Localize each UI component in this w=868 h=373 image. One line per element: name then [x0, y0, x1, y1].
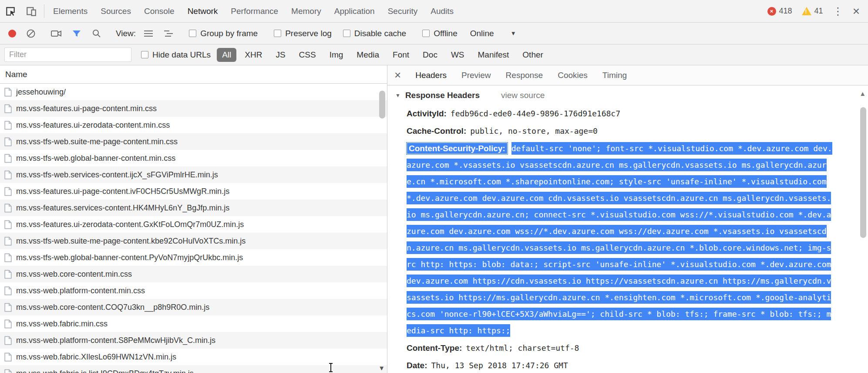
- header-name: Cache-Control:: [407, 126, 466, 136]
- type-filter-pill[interactable]: Doc: [417, 48, 443, 62]
- hide-data-urls-checkbox[interactable]: Hide data URLs: [141, 50, 211, 60]
- capture-screenshots-button[interactable]: [46, 28, 67, 39]
- waterfall-overview-icon: [163, 29, 174, 38]
- request-row[interactable]: ms.vss-tfs-web.global-banner-content.min…: [0, 150, 387, 166]
- request-row[interactable]: ms.vss-features.ui-zerodata-content.GxKt…: [0, 216, 387, 233]
- filter-toggle-button[interactable]: [67, 28, 87, 39]
- details-tab[interactable]: Headers: [408, 65, 454, 85]
- checkbox-icon: [189, 30, 196, 37]
- devtools-tab[interactable]: Elements: [47, 0, 94, 22]
- header-name: Content-Security-Policy:: [407, 142, 508, 154]
- filter-input[interactable]: [4, 47, 131, 62]
- header-name: Date:: [407, 361, 427, 370]
- devtools-tab[interactable]: Audits: [424, 0, 460, 22]
- response-header: ActivityId:fedb96cd-ede0-44e9-9896-176d9…: [407, 105, 835, 122]
- details-tab[interactable]: Preview: [454, 65, 498, 85]
- request-row[interactable]: ms.vss-tfs-web.services-content.ijcX_sFG…: [0, 166, 387, 183]
- file-document-icon: [4, 353, 12, 362]
- request-row[interactable]: ms.vss-web.core-content.min.css: [0, 266, 387, 282]
- preserve-log-checkbox[interactable]: Preserve log: [274, 29, 332, 38]
- clear-icon: [26, 28, 36, 39]
- warning-count-badge[interactable]: ! 41: [797, 7, 828, 16]
- filter-funnel-icon: [71, 28, 82, 39]
- type-filter-pill[interactable]: JS: [270, 48, 290, 62]
- request-row[interactable]: ms.vss-web.platform-content.min.css: [0, 282, 387, 299]
- use-small-request-rows-button[interactable]: [138, 29, 158, 38]
- name-column-header[interactable]: Name: [0, 65, 387, 84]
- devtools-tab[interactable]: Application: [328, 0, 381, 22]
- chevron-down-icon: ▼: [511, 30, 516, 37]
- request-row[interactable]: ms.vss-tfs-web.global-banner-content.PyV…: [0, 249, 387, 266]
- search-icon: [91, 28, 102, 39]
- file-document-icon: [4, 203, 12, 213]
- type-filter-pill[interactable]: Media: [351, 48, 384, 62]
- request-row[interactable]: ms.vss-tfs-web.suite-me-page-content.min…: [0, 133, 387, 150]
- file-document-icon: [4, 220, 12, 229]
- request-row[interactable]: ms.vss-web.platform-content.S8PeMMcwHjib…: [0, 332, 387, 349]
- network-split-view: Name jessehouwing/ ms.vss-fe: [0, 65, 868, 373]
- close-details-icon[interactable]: ×: [387, 65, 408, 85]
- file-document-icon: [4, 88, 12, 97]
- close-devtools-icon[interactable]: ×: [848, 4, 865, 18]
- file-document-icon: [4, 270, 12, 279]
- disable-cache-checkbox[interactable]: Disable cache: [343, 29, 406, 38]
- request-rows: jessehouwing/ ms.vss-features.ui-page-co…: [0, 84, 387, 373]
- response-header: Content-Security-Policy:default-src 'non…: [407, 140, 835, 339]
- request-row[interactable]: jessehouwing/: [0, 84, 387, 100]
- file-document-icon: [4, 303, 12, 312]
- devtools-tab[interactable]: Performance: [224, 0, 285, 22]
- throttling-value: Online: [470, 29, 494, 38]
- type-filter-pill[interactable]: CSS: [294, 48, 321, 62]
- more-options-icon[interactable]: ⋮: [828, 5, 848, 17]
- scroll-up-icon[interactable]: ▲: [859, 90, 866, 97]
- scrollbar-thumb[interactable]: [860, 107, 866, 238]
- record-icon: [8, 30, 16, 37]
- error-icon: ×: [767, 7, 776, 16]
- devtools-tab[interactable]: Security: [381, 0, 424, 22]
- inspect-element-button[interactable]: [0, 0, 21, 22]
- file-document-icon: [4, 170, 12, 180]
- collapse-triangle-icon[interactable]: ▼: [395, 92, 400, 98]
- group-by-frame-checkbox[interactable]: Group by frame: [189, 29, 258, 38]
- request-row[interactable]: ms.vss-features.ui-page-content.min.css: [0, 100, 387, 117]
- clear-button[interactable]: [21, 28, 41, 39]
- device-toolbar-button[interactable]: [21, 0, 42, 22]
- request-row[interactable]: ms.vss-web.fabric.XIlesLo69HWN1zVN.min.j…: [0, 349, 387, 365]
- type-filter-pill[interactable]: Other: [517, 48, 548, 62]
- type-filter-pill[interactable]: Manifest: [473, 48, 515, 62]
- headers-pane: ▼ Response Headers view source ActivityI…: [387, 85, 868, 373]
- request-row[interactable]: ms.vss-features.ui-zerodata-content.min.…: [0, 117, 387, 133]
- request-row[interactable]: ms.vss-web.fabric.min.css: [0, 315, 387, 332]
- details-tab[interactable]: Timing: [595, 65, 634, 85]
- file-document-icon: [4, 154, 12, 163]
- scrollbar-thumb[interactable]: [379, 91, 385, 119]
- scroll-down-icon[interactable]: ▼: [378, 364, 385, 372]
- request-row[interactable]: ms.vss-web.core-content.COQ7u3kn__p8h9R0…: [0, 299, 387, 315]
- request-row[interactable]: ms.vss-tfs-web.suite-me-page-content.kbe…: [0, 233, 387, 249]
- camera-icon: [50, 28, 62, 39]
- type-filter-pill[interactable]: WS: [446, 48, 470, 62]
- request-row[interactable]: ms.vss-web.fabric.js.list.I9CDmxBDqx4tqT…: [0, 365, 387, 373]
- file-document-icon: [4, 336, 12, 345]
- devtools-tab[interactable]: Memory: [285, 0, 328, 22]
- details-tab[interactable]: Response: [498, 65, 551, 85]
- request-row[interactable]: ms.vss-features.ui-page-content.ivF0CH5C…: [0, 183, 387, 200]
- type-filter-pill[interactable]: XHR: [239, 48, 267, 62]
- type-filter-pill[interactable]: Font: [387, 48, 414, 62]
- type-filter-pill[interactable]: Img: [324, 48, 349, 62]
- search-button[interactable]: [87, 28, 107, 39]
- details-tab[interactable]: Cookies: [550, 65, 595, 85]
- checkbox-icon: [422, 30, 430, 37]
- devtools-tab[interactable]: Network: [181, 0, 225, 22]
- view-source-link[interactable]: view source: [501, 91, 545, 100]
- request-row[interactable]: ms.vss-features.services-content.HK4MHyL…: [0, 200, 387, 216]
- devtools-tab[interactable]: Console: [138, 0, 181, 22]
- offline-checkbox[interactable]: Offline: [422, 29, 458, 38]
- type-filter-pill[interactable]: All: [217, 48, 236, 62]
- devtools-tab[interactable]: Sources: [94, 0, 138, 22]
- error-count-badge[interactable]: × 418: [763, 7, 797, 16]
- show-overview-button[interactable]: [158, 29, 178, 38]
- header-value: fedb96cd-ede0-44e9-9896-176d91e168c7: [451, 109, 620, 118]
- record-network-log-button[interactable]: [3, 30, 21, 37]
- throttling-select[interactable]: Online ▼: [470, 29, 516, 38]
